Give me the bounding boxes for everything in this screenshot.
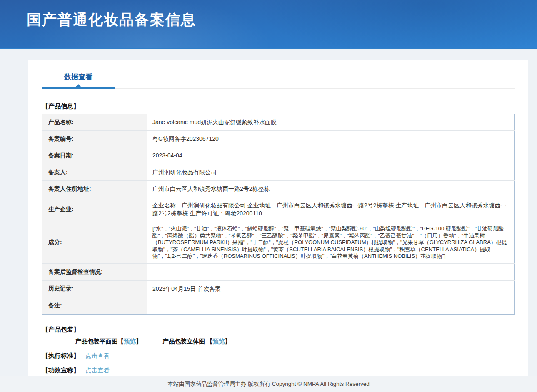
bracket-close: 】 (136, 338, 142, 345)
bracket-open: 【 (118, 338, 124, 345)
tab-data-view-label: 数据查看 (64, 73, 92, 81)
field-label: 产品名称: (42, 114, 147, 131)
efficacy-view-link[interactable]: 点击查看 (85, 367, 110, 374)
field-label: 生产企业: (42, 197, 147, 222)
standard-row: 【执行标准】 点击查看 (42, 352, 515, 360)
product-info-table: 产品名称: Jane volcanic mud妍泥火山泥舒缓紧致补水面膜 备案编… (42, 114, 515, 315)
packaging-row: 产品包装平面图【预览】 产品包装立体图 【预览】 (42, 337, 515, 345)
field-value: 广州润研化妆品有限公司 (147, 164, 515, 181)
section-title-packaging: 【产品包装】 (42, 326, 515, 334)
table-row-registrant: 备案人: 广州润研化妆品有限公司 (42, 164, 515, 181)
tab-data-view[interactable]: 数据查看 (42, 72, 115, 88)
section-title-standard: 【执行标准】 (42, 352, 80, 360)
section-title-product-info: 【产品信息】 (42, 102, 515, 110)
packaging-flat-item: 产品包装平面图【预览】 (75, 337, 142, 345)
field-value: 2023年04月15日 首次备案 (147, 280, 515, 297)
table-row-manufacturer: 生产企业: 企业名称：广州润研化妆品有限公司 企业地址：广州市白云区人和镇秀水塘… (42, 197, 515, 222)
packaging-stereo-label: 产品包装立体图 (163, 338, 205, 345)
table-row-product-name: 产品名称: Jane volcanic mud妍泥火山泥舒缓紧致补水面膜 (42, 114, 515, 131)
flat-packaging-preview-link[interactable]: 预览 (124, 338, 136, 345)
site-footer: 本站由国家药品监督管理局主办 版权所有 Copyright © NMPA All… (0, 376, 537, 392)
page-header: 国产普通化妆品备案信息 (0, 0, 537, 49)
copyright-text: 本站由国家药品监督管理局主办 版权所有 Copyright © NMPA All… (167, 381, 370, 387)
field-value: 企业名称：广州润研化妆品有限公司 企业地址：广州市白云区人和镇秀水塘西一路2号2… (147, 197, 515, 222)
field-label: 备案人: (42, 164, 147, 181)
standard-view-link[interactable]: 点击查看 (85, 352, 110, 359)
field-value (147, 263, 515, 280)
bracket-open: 【 (207, 338, 213, 345)
field-label: 备案日期: (42, 147, 147, 164)
tab-bar: 数据查看 (42, 60, 515, 89)
field-value: ["水"，"火山泥"，"甘油"，"液体石蜡"，"鲸蜡硬脂醇"，"聚二甲基硅氧烷"… (147, 222, 515, 264)
table-row-supervision: 备案后监督检查情况: (42, 263, 515, 280)
field-label: 成分: (42, 222, 147, 264)
field-value: 2023-04-04 (147, 147, 515, 164)
tab-active-arrow-icon (75, 84, 81, 87)
field-value: 粤G妆网备字2023067120 (147, 131, 515, 147)
field-value (147, 297, 515, 314)
field-value: Jane volcanic mud妍泥火山泥舒缓紧致补水面膜 (147, 114, 515, 131)
section-title-efficacy: 【功效宣称】 (42, 367, 80, 375)
table-row-record-number: 备案编号: 粤G妆网备字2023067120 (42, 131, 515, 147)
table-row-ingredients: 成分: ["水"，"火山泥"，"甘油"，"液体石蜡"，"鲸蜡硬脂醇"，"聚二甲基… (42, 222, 515, 264)
field-label: 备案后监督检查情况: (42, 263, 147, 280)
bracket-close: 】 (225, 338, 231, 345)
packaging-flat-label: 产品包装平面图 (75, 338, 118, 345)
table-row-history: 历史记录: 2023年04月15日 首次备案 (42, 280, 515, 297)
table-row-record-date: 备案日期: 2023-04-04 (42, 147, 515, 164)
field-label: 备注: (42, 297, 147, 314)
field-label: 备案编号: (42, 131, 147, 147)
content-card: 数据查看 【产品信息】 产品名称: Jane volcanic mud妍泥火山泥… (28, 60, 528, 376)
packaging-stereo-item: 产品包装立体图 【预览】 (163, 337, 231, 345)
stereo-packaging-preview-link[interactable]: 预览 (213, 338, 225, 345)
table-row-registrant-address: 备案人住所地址: 广州市白云区人和镇秀水塘西一路2号2栋整栋 (42, 181, 515, 197)
field-value: 广州市白云区人和镇秀水塘西一路2号2栋整栋 (147, 181, 515, 197)
tab-active-underline (42, 87, 115, 89)
field-label: 备案人住所地址: (42, 181, 147, 197)
efficacy-row: 【功效宣称】 点击查看 (42, 367, 515, 375)
page-title: 国产普通化妆品备案信息 (0, 0, 537, 30)
table-row-remarks: 备注: (42, 297, 515, 314)
field-label: 历史记录: (42, 280, 147, 297)
